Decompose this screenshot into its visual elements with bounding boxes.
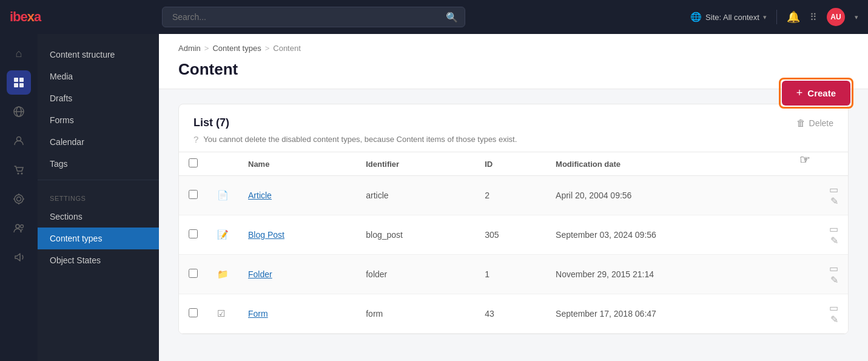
row-id-cell: 305 bbox=[475, 215, 546, 255]
breadcrumb-sep-2: > bbox=[265, 44, 270, 53]
row-id-cell: 43 bbox=[475, 294, 546, 334]
table-row: 📁 Folder folder 1 November 29, 2015 21:1… bbox=[179, 255, 848, 294]
svg-point-8 bbox=[18, 173, 19, 175]
row-date-cell: September 17, 2018 06:47 bbox=[546, 294, 799, 334]
row-actions-cell: ▭ ✎ bbox=[799, 255, 848, 294]
breadcrumb-content-types[interactable]: Content types bbox=[212, 44, 261, 53]
rail-home-icon[interactable]: ⌂ bbox=[7, 41, 31, 66]
row-icon-cell: 📝 bbox=[207, 215, 238, 255]
table-row: 📝 Blog Post blog_post 305 September 03, … bbox=[179, 215, 848, 255]
sidebar-item-calendar[interactable]: Calendar bbox=[38, 131, 159, 153]
row-name-cell: Form bbox=[238, 294, 356, 334]
table-header-checkbox bbox=[179, 152, 207, 176]
form-icon: ☑ bbox=[217, 308, 225, 319]
delete-button[interactable]: 🗑 Delete bbox=[796, 118, 833, 128]
copy-icon[interactable]: ▭ bbox=[829, 224, 838, 234]
rail-megaphone-icon[interactable] bbox=[7, 245, 31, 269]
content-header: Admin > Content types > Content Content bbox=[159, 34, 868, 89]
table-header-row: Name Identifier ID Modification date bbox=[179, 152, 848, 176]
rail-cart-icon[interactable] bbox=[7, 158, 31, 182]
sidebar-item-content-types[interactable]: Content types bbox=[38, 228, 159, 249]
row-checkbox-cell bbox=[179, 294, 207, 334]
row-icon-cell: 📄 bbox=[207, 176, 238, 215]
breadcrumb-current: Content bbox=[273, 44, 301, 53]
info-text: You cannot delete the disabled content t… bbox=[203, 135, 517, 144]
row-identifier-cell: folder bbox=[356, 255, 475, 294]
row-name-link[interactable]: Article bbox=[248, 191, 272, 200]
rail-targeting-icon[interactable] bbox=[7, 187, 31, 211]
row-actions-cell: ▭ ✎ bbox=[799, 176, 848, 215]
row-identifier-cell: form bbox=[356, 294, 475, 334]
edit-icon[interactable]: ✎ bbox=[830, 196, 838, 206]
trash-icon: 🗑 bbox=[796, 118, 806, 128]
sidebar-item-drafts[interactable]: Drafts bbox=[38, 87, 159, 109]
content-types-table: Name Identifier ID Modification date 📄 A… bbox=[179, 152, 848, 334]
sidebar-item-content-structure[interactable]: Content structure bbox=[38, 44, 159, 66]
rail-structure-icon[interactable] bbox=[7, 70, 31, 95]
copy-icon[interactable]: ▭ bbox=[829, 263, 838, 274]
table-row: 📄 Article article 2 April 20, 2004 09:56… bbox=[179, 176, 848, 215]
svg-point-16 bbox=[16, 224, 19, 228]
apps-icon[interactable]: ⠿ bbox=[810, 12, 817, 23]
row-name-cell: Article bbox=[238, 176, 356, 215]
select-all-checkbox[interactable] bbox=[189, 158, 198, 167]
site-context-selector[interactable]: 🌐 Site: All context ▾ bbox=[690, 12, 767, 22]
breadcrumb: Admin > Content types > Content bbox=[178, 44, 849, 53]
copy-icon[interactable]: ▭ bbox=[829, 303, 838, 313]
edit-icon[interactable]: ✎ bbox=[830, 235, 838, 246]
row-checkbox[interactable] bbox=[189, 308, 198, 317]
sidebar-item-tags[interactable]: Tags bbox=[38, 153, 159, 175]
row-name-link[interactable]: Folder bbox=[248, 269, 272, 279]
row-checkbox[interactable] bbox=[189, 229, 198, 238]
row-identifier-cell: blog_post bbox=[356, 215, 475, 255]
list-header: List (7) 🗑 Delete bbox=[179, 104, 848, 134]
sidebar-item-object-states[interactable]: Object States bbox=[38, 249, 159, 271]
edit-icon[interactable]: ✎ bbox=[830, 314, 838, 325]
row-id-cell: 2 bbox=[475, 176, 546, 215]
svg-point-11 bbox=[17, 197, 21, 201]
nav-right: 🌐 Site: All context ▾ 🔔 ⠿ AU ▾ bbox=[690, 8, 858, 26]
search-input[interactable] bbox=[162, 7, 465, 27]
table-header-name: Name bbox=[238, 152, 356, 176]
list-card: List (7) 🗑 Delete ? You cannot delete th… bbox=[178, 104, 849, 334]
row-checkbox[interactable] bbox=[189, 269, 198, 278]
svg-rect-2 bbox=[14, 83, 18, 87]
row-checkbox[interactable] bbox=[189, 190, 198, 199]
search-bar: 🔍 bbox=[162, 7, 465, 27]
row-checkbox-cell bbox=[179, 255, 207, 294]
sidebar-item-media[interactable]: Media bbox=[38, 66, 159, 87]
table-header-modification-date: Modification date bbox=[546, 152, 799, 176]
row-date-cell: November 29, 2015 21:14 bbox=[546, 255, 799, 294]
breadcrumb-admin[interactable]: Admin bbox=[178, 44, 201, 53]
plus-icon: + bbox=[796, 87, 803, 100]
copy-icon[interactable]: ▭ bbox=[829, 184, 838, 195]
avatar[interactable]: AU bbox=[827, 8, 845, 26]
sidebar-settings-label: Settings bbox=[38, 185, 159, 206]
row-name-link[interactable]: Blog Post bbox=[248, 230, 284, 240]
sidebar-item-forms[interactable]: Forms bbox=[38, 109, 159, 131]
edit-icon[interactable]: ✎ bbox=[830, 275, 838, 285]
icon-rail: ⌂ bbox=[0, 34, 38, 361]
row-icon-cell: 📁 bbox=[207, 255, 238, 294]
table-header-identifier: Identifier bbox=[356, 152, 475, 176]
sidebar-item-sections[interactable]: Sections bbox=[38, 206, 159, 228]
article-icon: 📄 bbox=[217, 190, 229, 200]
row-name-link[interactable]: Form bbox=[248, 309, 268, 319]
site-context-label: Site: All context bbox=[705, 13, 759, 22]
rail-globe-icon[interactable] bbox=[7, 100, 31, 124]
svg-rect-1 bbox=[19, 78, 24, 82]
create-button[interactable]: + Create bbox=[782, 81, 850, 106]
row-name-cell: Folder bbox=[238, 255, 356, 294]
top-nav: ibexa 🔍 🌐 Site: All context ▾ 🔔 ⠿ AU ▾ bbox=[0, 0, 868, 34]
info-row: ? You cannot delete the disabled content… bbox=[179, 134, 848, 152]
search-icon: 🔍 bbox=[446, 12, 458, 23]
rail-users-icon[interactable] bbox=[7, 129, 31, 153]
rail-people-icon[interactable] bbox=[7, 216, 31, 240]
globe-icon: 🌐 bbox=[690, 12, 702, 22]
notification-icon[interactable]: 🔔 bbox=[787, 10, 800, 24]
table-row: ☑ Form form 43 September 17, 2018 06:47 … bbox=[179, 294, 848, 334]
blog-post-icon: 📝 bbox=[217, 229, 229, 240]
content-area: Admin > Content types > Content Content … bbox=[159, 34, 868, 361]
row-checkbox-cell bbox=[179, 215, 207, 255]
page-title: Content bbox=[178, 60, 849, 89]
